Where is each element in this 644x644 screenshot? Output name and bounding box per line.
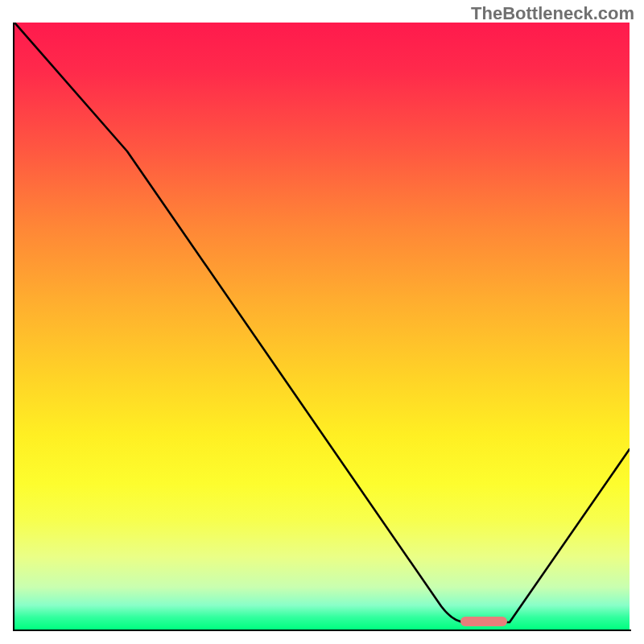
y-axis-line — [13, 23, 14, 631]
optimal-marker — [460, 617, 507, 626]
watermark-text: TheBottleneck.com — [471, 3, 634, 24]
curve-path — [14, 23, 630, 622]
plot-area — [14, 23, 630, 630]
bottleneck-curve — [14, 23, 630, 630]
x-axis-line — [13, 630, 631, 631]
